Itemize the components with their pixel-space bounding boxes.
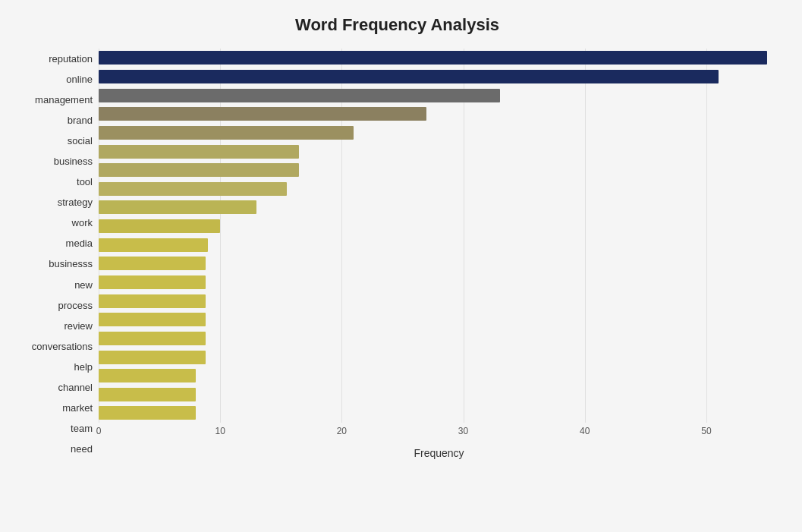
bar <box>99 107 426 121</box>
bar <box>99 182 287 196</box>
y-label: review <box>64 316 93 336</box>
bar-row <box>99 255 779 272</box>
y-label: process <box>58 295 93 316</box>
y-label: business <box>54 151 93 172</box>
bars-section: 01020304050 Frequency <box>99 49 779 459</box>
bar-row <box>99 68 779 85</box>
bar <box>99 126 354 140</box>
bar <box>99 219 220 233</box>
x-axis: 01020304050 <box>99 423 779 445</box>
bar <box>99 351 206 364</box>
bar <box>99 163 299 177</box>
bar-row <box>99 405 779 421</box>
bar <box>99 275 206 289</box>
bar <box>99 145 299 159</box>
x-tick: 40 <box>580 426 590 436</box>
x-tick: 10 <box>215 426 225 436</box>
y-label: new <box>74 275 93 295</box>
bar <box>99 369 196 382</box>
bar-row <box>99 386 779 403</box>
bar <box>99 70 719 83</box>
y-label: media <box>66 233 93 253</box>
y-label: work <box>72 212 93 233</box>
bar <box>99 388 196 401</box>
x-tick: 50 <box>701 426 711 436</box>
bar <box>99 313 206 326</box>
bar-row <box>99 162 779 178</box>
bar-row <box>99 181 779 197</box>
y-label: online <box>66 69 93 90</box>
bar-row <box>99 293 779 310</box>
y-label: team <box>71 418 93 439</box>
chart-container: Word Frequency Analysis reputationonline… <box>0 0 802 532</box>
bar <box>99 294 206 308</box>
x-tick: 20 <box>337 426 347 436</box>
x-tick: 30 <box>458 426 468 436</box>
bar <box>99 332 206 345</box>
y-label: strategy <box>58 192 93 212</box>
bar-row <box>99 274 779 291</box>
bar <box>99 406 196 420</box>
bar-row <box>99 311 779 328</box>
bar-row <box>99 105 779 122</box>
y-label: management <box>35 90 93 110</box>
bar-row <box>99 143 779 160</box>
bar-row <box>99 349 779 366</box>
y-label: conversations <box>32 336 93 357</box>
bar <box>99 89 500 102</box>
y-label: channel <box>58 377 93 398</box>
bar-row <box>99 124 779 141</box>
bar-row <box>99 199 779 216</box>
y-label: need <box>71 439 93 459</box>
bar <box>99 200 256 214</box>
chart-title: Word Frequency Analysis <box>15 15 779 35</box>
y-label: social <box>68 131 93 151</box>
bar-row <box>99 367 779 384</box>
y-label: help <box>74 357 93 377</box>
bar-row <box>99 87 779 104</box>
x-axis-label: Frequency <box>99 447 779 459</box>
bar-row <box>99 330 779 347</box>
y-label: tool <box>77 172 93 192</box>
y-labels: reputationonlinemanagementbrandsocialbus… <box>15 49 99 459</box>
bar-row <box>99 237 779 253</box>
bar-row <box>99 49 779 66</box>
y-label: businesss <box>49 253 93 274</box>
bar <box>99 257 206 270</box>
bar-row <box>99 218 779 235</box>
grid-and-bars <box>99 49 779 423</box>
y-label: reputation <box>49 49 93 69</box>
x-tick: 0 <box>96 426 102 436</box>
y-label: brand <box>68 110 93 131</box>
bar <box>99 51 767 65</box>
bar <box>99 238 208 252</box>
chart-area: reputationonlinemanagementbrandsocialbus… <box>15 49 779 459</box>
y-label: market <box>62 398 93 418</box>
bars-wrapper <box>99 49 779 423</box>
